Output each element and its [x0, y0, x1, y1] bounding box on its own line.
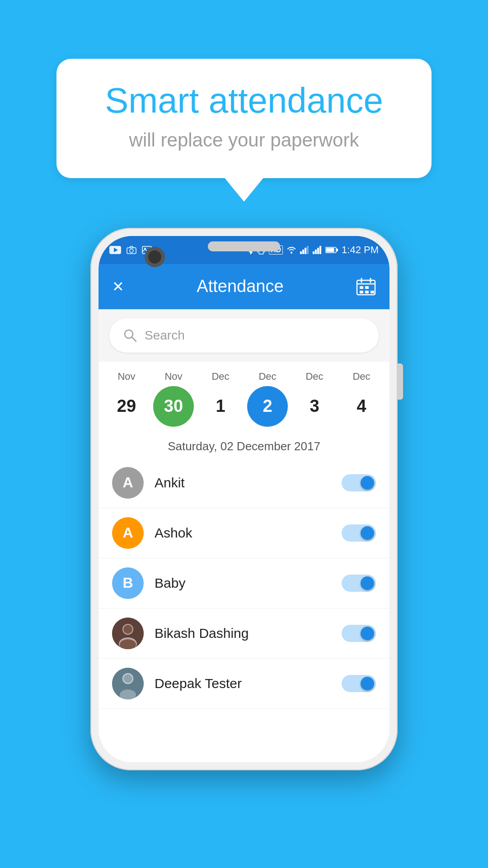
svg-point-3 [130, 249, 133, 252]
svg-rect-20 [326, 248, 334, 252]
day-30[interactable]: 30 [153, 386, 194, 427]
svg-rect-21 [336, 249, 338, 251]
phone-mockup: HD [90, 228, 398, 770]
search-input[interactable]: Search [145, 328, 185, 343]
avatar-ashok: A [112, 517, 144, 549]
month-5: Dec [341, 371, 382, 382]
toggle-bikash[interactable] [342, 625, 376, 642]
phone-side-button [398, 363, 403, 400]
month-3: Dec [247, 371, 288, 382]
person-name-bikash: Bikash Dashing [155, 626, 331, 641]
svg-rect-26 [360, 286, 363, 289]
list-item: B Baby [99, 558, 389, 609]
svg-point-40 [123, 674, 132, 683]
attendance-list: A Ankit A Ashok B Baby [99, 458, 389, 762]
day-1[interactable]: 1 [200, 386, 241, 427]
month-2: Dec [200, 371, 241, 382]
toggle-ankit[interactable] [342, 474, 376, 491]
bubble-subtitle: will replace your paperwork [88, 129, 400, 151]
svg-rect-30 [371, 291, 374, 293]
list-item: A Ankit [99, 458, 389, 508]
toggle-baby[interactable] [342, 575, 376, 592]
list-item: Deepak Tester [99, 659, 389, 709]
month-1: Nov [153, 371, 194, 382]
avatar-baby: B [112, 567, 144, 599]
avatar-bikash [112, 618, 144, 649]
selected-date-label: Saturday, 02 December 2017 [99, 431, 389, 458]
phone-outer: HD [90, 228, 398, 770]
svg-rect-15 [313, 251, 314, 254]
close-button[interactable]: ✕ [112, 278, 124, 295]
day-2-selected[interactable]: 2 [247, 386, 288, 427]
app-bar-title: Attendance [197, 277, 283, 296]
svg-rect-12 [302, 250, 304, 254]
person-name-ankit: Ankit [155, 475, 331, 491]
status-time: 1:42 PM [342, 244, 379, 256]
search-bar[interactable]: Search [109, 318, 379, 353]
bubble-title: Smart attendance [88, 81, 400, 120]
signal2-icon [313, 246, 322, 254]
speech-bubble: Smart attendance will replace your paper… [56, 59, 432, 178]
list-item: Bikash Dashing [99, 609, 389, 659]
person-name-deepak: Deepak Tester [155, 676, 331, 691]
calendar-months-row: Nov Nov Dec Dec Dec Dec [103, 371, 385, 382]
signal-icon [300, 246, 309, 254]
phone-screen: HD [99, 236, 389, 762]
svg-line-32 [132, 337, 136, 341]
toggle-ashok[interactable] [342, 524, 376, 542]
list-item: A Ashok [99, 508, 389, 558]
month-0: Nov [106, 371, 147, 382]
avatar-ankit: A [112, 467, 144, 499]
svg-rect-28 [360, 291, 363, 293]
day-29[interactable]: 29 [106, 386, 147, 427]
calendar-days-row: 29 30 1 2 3 4 [103, 386, 385, 427]
battery-icon [325, 246, 338, 254]
svg-rect-13 [305, 248, 306, 254]
app-bar: ✕ Attendance [99, 264, 389, 309]
avatar-deepak [112, 668, 144, 699]
day-3[interactable]: 3 [294, 386, 335, 427]
month-4: Dec [294, 371, 335, 382]
person-name-ashok: Ashok [155, 525, 331, 541]
svg-rect-11 [300, 251, 302, 254]
svg-rect-16 [315, 250, 317, 254]
svg-rect-14 [307, 246, 309, 254]
day-4[interactable]: 4 [341, 386, 382, 427]
svg-point-10 [291, 252, 292, 254]
photo-deepak [112, 668, 144, 699]
calendar-strip: Nov Nov Dec Dec Dec Dec 29 30 1 2 3 4 [99, 362, 389, 431]
search-icon [123, 328, 137, 343]
search-container: Search [99, 309, 389, 362]
svg-rect-18 [319, 246, 321, 254]
phone-speaker [208, 241, 280, 251]
phone-camera [145, 247, 165, 267]
svg-rect-27 [365, 286, 369, 289]
photo-bikash [112, 618, 144, 649]
person-name-baby: Baby [155, 576, 331, 591]
svg-rect-29 [365, 291, 369, 293]
calendar-icon[interactable] [356, 278, 376, 296]
svg-rect-17 [317, 248, 319, 254]
svg-point-36 [123, 625, 132, 634]
wifi-icon [286, 246, 296, 254]
youtube-icon [109, 246, 121, 254]
camera-status-icon [127, 246, 136, 254]
toggle-deepak[interactable] [342, 675, 376, 692]
